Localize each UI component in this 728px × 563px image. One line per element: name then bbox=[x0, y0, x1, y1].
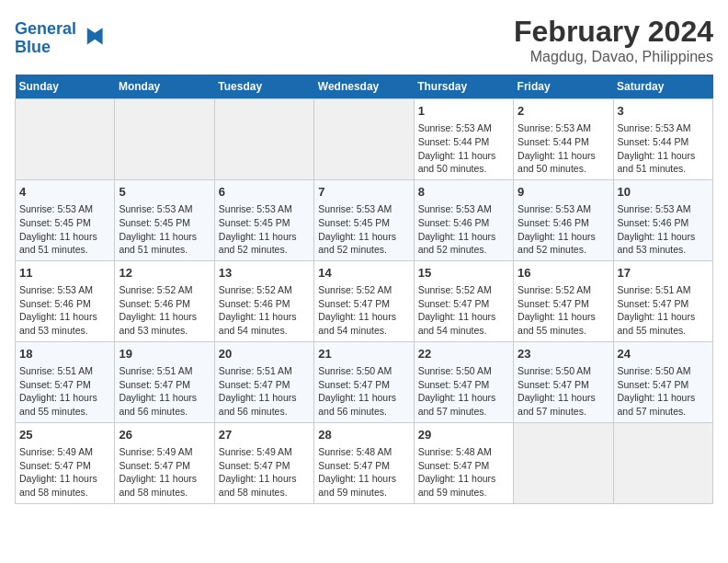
calendar-cell: 15Sunrise: 5:52 AMSunset: 5:47 PMDayligh… bbox=[414, 260, 513, 341]
col-header-sunday: Sunday bbox=[16, 75, 115, 99]
calendar-cell bbox=[115, 99, 214, 180]
svg-marker-0 bbox=[87, 28, 103, 44]
day-detail: Daylight: 11 hours and 59 minutes. bbox=[318, 472, 409, 499]
day-detail: Sunset: 5:47 PM bbox=[19, 378, 110, 392]
day-number: 12 bbox=[119, 265, 210, 282]
col-header-wednesday: Wednesday bbox=[314, 75, 414, 99]
day-detail: Daylight: 11 hours and 58 minutes. bbox=[19, 472, 110, 499]
day-detail: Daylight: 11 hours and 58 minutes. bbox=[119, 472, 210, 499]
calendar-week-row: 1Sunrise: 5:53 AMSunset: 5:44 PMDaylight… bbox=[16, 99, 713, 180]
calendar-cell: 22Sunrise: 5:50 AMSunset: 5:47 PMDayligh… bbox=[414, 341, 513, 422]
day-detail: Sunrise: 5:50 AM bbox=[618, 364, 709, 378]
day-detail: Sunrise: 5:49 AM bbox=[19, 445, 110, 459]
day-detail: Sunrise: 5:52 AM bbox=[418, 283, 509, 297]
calendar-cell bbox=[613, 422, 712, 503]
day-detail: Daylight: 11 hours and 59 minutes. bbox=[418, 472, 509, 499]
day-number: 26 bbox=[119, 427, 210, 443]
day-detail: Daylight: 11 hours and 54 minutes. bbox=[219, 310, 310, 337]
calendar-cell: 8Sunrise: 5:53 AMSunset: 5:46 PMDaylight… bbox=[414, 179, 513, 260]
col-header-thursday: Thursday bbox=[414, 75, 513, 99]
page-header: GeneralBlue February 2024 Magdug, Davao,… bbox=[15, 15, 713, 65]
day-detail: Sunrise: 5:51 AM bbox=[219, 364, 310, 378]
day-detail: Daylight: 11 hours and 55 minutes. bbox=[518, 310, 609, 337]
day-detail: Daylight: 11 hours and 52 minutes. bbox=[219, 230, 310, 257]
calendar-week-row: 4Sunrise: 5:53 AMSunset: 5:45 PMDaylight… bbox=[16, 179, 713, 260]
calendar-cell: 25Sunrise: 5:49 AMSunset: 5:47 PMDayligh… bbox=[16, 422, 115, 503]
col-header-tuesday: Tuesday bbox=[214, 75, 313, 99]
day-number: 27 bbox=[219, 427, 310, 443]
col-header-saturday: Saturday bbox=[613, 75, 712, 99]
day-detail: Sunset: 5:47 PM bbox=[219, 378, 310, 392]
day-number: 24 bbox=[618, 346, 709, 362]
calendar-week-row: 11Sunrise: 5:53 AMSunset: 5:46 PMDayligh… bbox=[16, 260, 713, 341]
day-detail: Sunset: 5:46 PM bbox=[219, 297, 310, 311]
day-number: 13 bbox=[219, 265, 310, 282]
day-detail: Daylight: 11 hours and 54 minutes. bbox=[418, 310, 509, 337]
calendar-cell: 26Sunrise: 5:49 AMSunset: 5:47 PMDayligh… bbox=[115, 422, 214, 503]
day-number: 22 bbox=[418, 346, 509, 362]
day-detail: Sunset: 5:47 PM bbox=[418, 297, 509, 311]
day-number: 19 bbox=[119, 346, 210, 362]
calendar-cell bbox=[16, 99, 115, 180]
day-detail: Daylight: 11 hours and 52 minutes. bbox=[518, 230, 609, 257]
day-number: 8 bbox=[418, 184, 509, 201]
day-detail: Daylight: 11 hours and 51 minutes. bbox=[119, 230, 210, 257]
day-detail: Sunset: 5:45 PM bbox=[318, 216, 409, 230]
day-number: 25 bbox=[19, 427, 110, 443]
calendar-cell: 10Sunrise: 5:53 AMSunset: 5:46 PMDayligh… bbox=[613, 179, 712, 260]
day-detail: Daylight: 11 hours and 57 minutes. bbox=[418, 391, 509, 418]
calendar-cell: 6Sunrise: 5:53 AMSunset: 5:45 PMDaylight… bbox=[214, 179, 313, 260]
day-detail: Sunrise: 5:51 AM bbox=[119, 364, 210, 378]
logo-icon bbox=[78, 24, 104, 50]
day-detail: Sunrise: 5:52 AM bbox=[219, 283, 310, 297]
day-detail: Daylight: 11 hours and 57 minutes. bbox=[618, 391, 709, 418]
day-detail: Daylight: 11 hours and 51 minutes. bbox=[19, 230, 110, 257]
day-number: 1 bbox=[418, 103, 509, 120]
day-detail: Sunrise: 5:51 AM bbox=[618, 283, 709, 297]
calendar-cell: 28Sunrise: 5:48 AMSunset: 5:47 PMDayligh… bbox=[314, 422, 414, 503]
calendar-cell: 21Sunrise: 5:50 AMSunset: 5:47 PMDayligh… bbox=[314, 341, 414, 422]
day-detail: Sunrise: 5:49 AM bbox=[119, 445, 210, 459]
day-detail: Sunset: 5:45 PM bbox=[19, 216, 110, 230]
day-detail: Sunrise: 5:53 AM bbox=[518, 121, 609, 135]
calendar-cell: 11Sunrise: 5:53 AMSunset: 5:46 PMDayligh… bbox=[16, 260, 115, 341]
day-detail: Daylight: 11 hours and 57 minutes. bbox=[518, 391, 609, 418]
day-detail: Daylight: 11 hours and 55 minutes. bbox=[618, 310, 709, 337]
day-detail: Sunset: 5:46 PM bbox=[418, 216, 509, 230]
day-detail: Sunrise: 5:53 AM bbox=[418, 202, 509, 216]
day-detail: Sunrise: 5:50 AM bbox=[318, 364, 409, 378]
calendar-cell: 9Sunrise: 5:53 AMSunset: 5:46 PMDaylight… bbox=[514, 179, 613, 260]
day-detail: Daylight: 11 hours and 58 minutes. bbox=[219, 472, 310, 499]
day-detail: Daylight: 11 hours and 54 minutes. bbox=[318, 310, 409, 337]
day-detail: Sunset: 5:47 PM bbox=[518, 378, 609, 392]
calendar-cell: 12Sunrise: 5:52 AMSunset: 5:46 PMDayligh… bbox=[115, 260, 214, 341]
day-detail: Sunset: 5:47 PM bbox=[318, 378, 409, 392]
day-detail: Sunset: 5:47 PM bbox=[119, 459, 210, 473]
day-detail: Daylight: 11 hours and 56 minutes. bbox=[119, 391, 210, 418]
day-detail: Sunrise: 5:49 AM bbox=[219, 445, 310, 459]
page-subtitle: Magdug, Davao, Philippines bbox=[514, 49, 713, 65]
logo-text: GeneralBlue bbox=[15, 20, 76, 57]
day-detail: Sunset: 5:47 PM bbox=[418, 459, 509, 473]
day-detail: Sunrise: 5:53 AM bbox=[19, 283, 110, 297]
day-detail: Sunrise: 5:48 AM bbox=[318, 445, 409, 459]
day-detail: Sunset: 5:47 PM bbox=[19, 459, 110, 473]
calendar-cell bbox=[314, 99, 414, 180]
day-number: 2 bbox=[518, 103, 609, 120]
col-header-monday: Monday bbox=[115, 75, 214, 99]
day-detail: Sunrise: 5:48 AM bbox=[418, 445, 509, 459]
day-detail: Sunrise: 5:51 AM bbox=[19, 364, 110, 378]
day-detail: Sunset: 5:47 PM bbox=[318, 297, 409, 311]
day-number: 7 bbox=[318, 184, 409, 201]
calendar-header-row: SundayMondayTuesdayWednesdayThursdayFrid… bbox=[16, 75, 713, 99]
day-detail: Sunrise: 5:52 AM bbox=[318, 283, 409, 297]
calendar-cell: 5Sunrise: 5:53 AMSunset: 5:45 PMDaylight… bbox=[115, 179, 214, 260]
day-detail: Sunset: 5:46 PM bbox=[518, 216, 609, 230]
day-number: 28 bbox=[318, 427, 409, 443]
calendar-week-row: 25Sunrise: 5:49 AMSunset: 5:47 PMDayligh… bbox=[16, 422, 713, 503]
day-detail: Sunset: 5:46 PM bbox=[618, 216, 709, 230]
calendar-week-row: 18Sunrise: 5:51 AMSunset: 5:47 PMDayligh… bbox=[16, 341, 713, 422]
day-detail: Sunset: 5:47 PM bbox=[219, 459, 310, 473]
day-detail: Daylight: 11 hours and 53 minutes. bbox=[618, 230, 709, 257]
day-detail: Daylight: 11 hours and 55 minutes. bbox=[19, 391, 110, 418]
